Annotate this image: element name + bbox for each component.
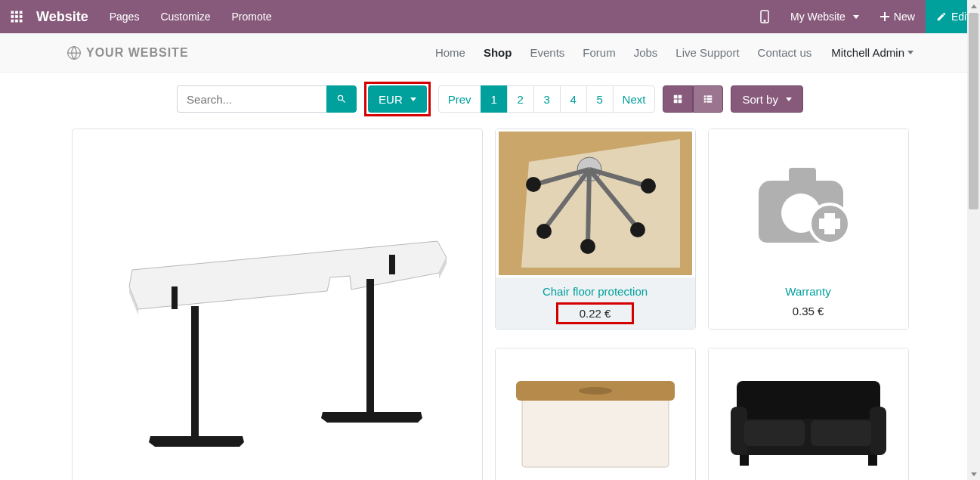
svg-rect-44	[789, 168, 816, 186]
svg-rect-15	[679, 95, 682, 99]
warranty-image	[709, 129, 908, 277]
svg-point-10	[764, 20, 765, 22]
nav-contact-us[interactable]: Contact us	[749, 46, 821, 59]
scroll-down-icon[interactable]	[967, 467, 980, 480]
new-button[interactable]: New	[870, 0, 926, 33]
topnav-promote[interactable]: Promote	[221, 0, 283, 33]
grid-view-button[interactable]	[663, 85, 693, 113]
svg-rect-58	[811, 420, 871, 446]
pager-page-5[interactable]: 5	[586, 85, 614, 113]
scrollbar[interactable]	[967, 0, 980, 480]
pager-next[interactable]: Next	[613, 85, 656, 113]
svg-rect-17	[679, 100, 682, 104]
pager-page-2[interactable]: 2	[507, 85, 534, 113]
chair-protection-image	[496, 129, 695, 277]
new-label: New	[894, 11, 915, 23]
svg-rect-49	[819, 218, 840, 229]
my-website-dropdown[interactable]: My Website	[780, 0, 870, 33]
pager-page-3[interactable]: 3	[533, 85, 561, 113]
svg-rect-5	[20, 15, 23, 18]
currency-dropdown[interactable]: EUR	[368, 85, 427, 113]
caret-down-icon	[786, 98, 792, 101]
svg-rect-20	[704, 98, 706, 100]
svg-rect-18	[704, 95, 706, 97]
svg-rect-3	[11, 15, 14, 18]
svg-rect-59	[740, 455, 749, 466]
nav-events[interactable]: Events	[521, 46, 573, 59]
shop-toolbar: EUR Prev 1 2 3 4 5 Next Sort by	[0, 73, 980, 129]
nav-forum[interactable]: Forum	[573, 46, 624, 59]
svg-point-42	[641, 178, 656, 194]
product-card-warranty[interactable]: Warranty 0.35 €	[708, 129, 909, 330]
nav-shop[interactable]: Shop	[475, 46, 521, 59]
apps-icon[interactable]	[0, 10, 33, 23]
svg-rect-21	[707, 98, 713, 100]
topnav-customize[interactable]: Customize	[150, 0, 221, 33]
currency-highlight: EUR	[364, 82, 431, 116]
svg-rect-30	[172, 286, 178, 309]
svg-rect-60	[868, 455, 877, 466]
svg-rect-22	[704, 101, 706, 102]
currency-label: EUR	[379, 93, 403, 106]
pager: Prev 1 2 3 4 5 Next	[438, 85, 656, 113]
nav-live-support[interactable]: Live Support	[666, 46, 748, 59]
svg-rect-14	[674, 95, 678, 99]
svg-point-41	[630, 222, 645, 237]
site-logo-text: YOUR WEBSITE	[86, 46, 189, 60]
site-logo[interactable]: YOUR WEBSITE	[66, 45, 189, 60]
app-topbar: Website Pages Customize Promote My Websi…	[0, 0, 980, 33]
view-toggle	[663, 85, 723, 113]
user-name: Mitchell Admin	[831, 46, 904, 59]
product-card-desk[interactable]	[72, 129, 483, 480]
svg-rect-23	[707, 101, 713, 102]
search-input[interactable]	[177, 85, 326, 113]
product-title[interactable]: Warranty	[715, 285, 902, 298]
svg-rect-6	[11, 20, 14, 23]
scroll-thumb[interactable]	[969, 13, 978, 209]
mobile-preview-button[interactable]	[750, 0, 780, 33]
site-header: YOUR WEBSITE Home Shop Events Forum Jobs…	[0, 33, 980, 73]
svg-rect-19	[707, 95, 713, 97]
sort-dropdown[interactable]: Sort by	[731, 85, 803, 113]
search-icon	[336, 94, 347, 104]
svg-rect-53	[737, 381, 880, 423]
product-title[interactable]: Chair floor protection	[502, 285, 689, 298]
pager-prev[interactable]: Prev	[438, 85, 481, 113]
svg-rect-57	[744, 420, 805, 446]
svg-rect-28	[389, 255, 395, 274]
svg-rect-56	[870, 407, 886, 455]
app-brand[interactable]: Website	[33, 9, 99, 25]
nav-jobs[interactable]: Jobs	[625, 46, 667, 59]
svg-rect-2	[20, 11, 23, 14]
grid-icon	[672, 94, 683, 104]
user-menu[interactable]: Mitchell Admin	[831, 46, 914, 59]
caret-down-icon	[853, 15, 859, 19]
search-button[interactable]	[326, 85, 357, 113]
svg-point-40	[580, 239, 595, 254]
card-body: Warranty 0.35 €	[709, 277, 908, 330]
my-website-label: My Website	[790, 11, 846, 23]
search-group	[177, 85, 357, 113]
svg-point-43	[526, 177, 541, 192]
pager-page-4[interactable]: 4	[560, 85, 587, 113]
svg-rect-7	[15, 20, 18, 23]
list-view-button[interactable]	[693, 85, 723, 113]
product-card-storage-box[interactable]	[495, 348, 696, 480]
svg-rect-4	[15, 15, 18, 18]
card-body: Chair floor protection 0.22 €	[496, 277, 695, 330]
desk-image	[96, 166, 459, 453]
svg-point-52	[579, 387, 612, 395]
svg-rect-8	[20, 20, 23, 23]
scroll-up-icon[interactable]	[967, 0, 980, 13]
product-card-chair-protection[interactable]: Chair floor protection 0.22 €	[495, 129, 696, 330]
svg-rect-50	[522, 395, 669, 467]
nav-home[interactable]: Home	[426, 46, 475, 59]
list-icon	[703, 94, 713, 104]
product-card-sofa[interactable]	[708, 348, 909, 480]
product-price: 0.35 €	[771, 302, 846, 320]
svg-rect-29	[191, 306, 199, 436]
topnav-pages[interactable]: Pages	[99, 0, 150, 33]
product-price: 0.22 €	[556, 302, 635, 324]
pager-page-1[interactable]: 1	[481, 85, 508, 113]
storage-box-image	[496, 348, 695, 480]
